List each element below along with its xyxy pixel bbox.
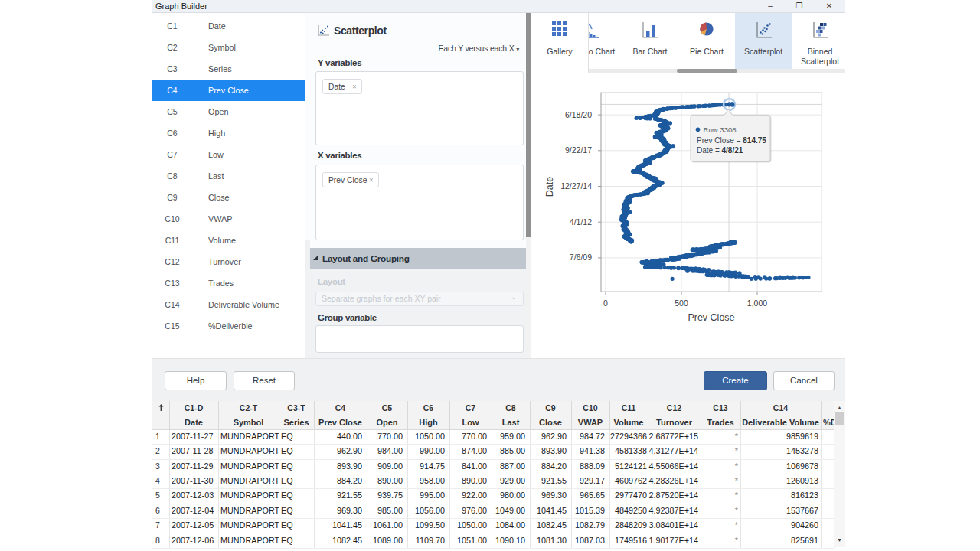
svg-text:Date: Date (544, 177, 555, 197)
svg-text:9/22/17: 9/22/17 (565, 145, 592, 155)
svg-text:Date = 4/8/21: Date = 4/8/21 (697, 146, 743, 155)
svg-text:0: 0 (603, 298, 608, 308)
svg-text:500: 500 (675, 298, 688, 308)
svg-text:Prev Close = 814.75: Prev Close = 814.75 (697, 136, 766, 145)
svg-text:Row 3308: Row 3308 (704, 126, 737, 134)
svg-text:4/1/12: 4/1/12 (570, 217, 592, 227)
svg-text:1,000: 1,000 (747, 298, 767, 308)
svg-text:Prev Close: Prev Close (688, 312, 734, 323)
svg-text:12/27/14: 12/27/14 (560, 181, 592, 191)
svg-text:6/18/20: 6/18/20 (565, 110, 592, 119)
svg-text:7/6/09: 7/6/09 (570, 253, 592, 262)
